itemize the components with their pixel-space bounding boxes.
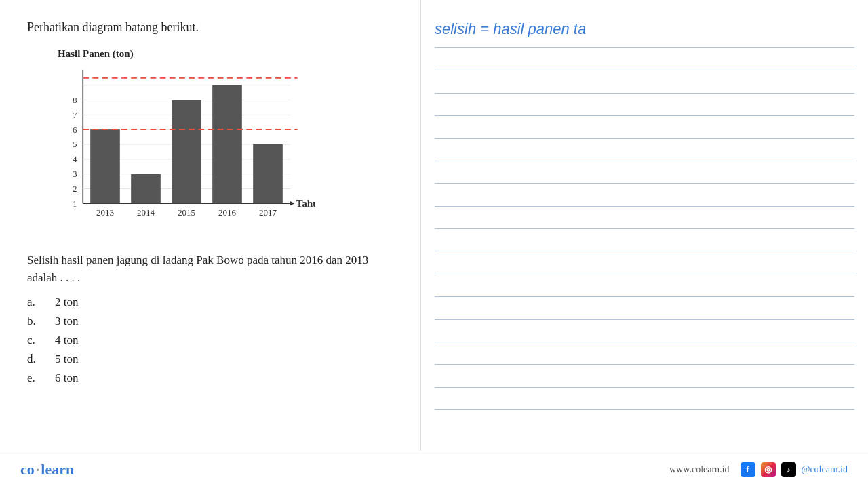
bar-2015	[172, 100, 201, 204]
option-label-c: c.	[27, 333, 44, 347]
ruled-line-4	[435, 115, 854, 116]
option-text-a: 2 ton	[55, 296, 78, 309]
bar-2017	[253, 144, 283, 203]
ruled-line-2	[435, 70, 854, 70]
ruled-line-15	[435, 364, 854, 365]
option-label-d: d.	[27, 352, 44, 366]
svg-text:2013: 2013	[96, 207, 115, 218]
social-handle: @colearn.id	[802, 464, 848, 475]
svg-text:Tahun: Tahun	[296, 197, 315, 209]
option-b: b. 3 ton	[27, 314, 393, 328]
ruled-line-12	[435, 296, 854, 297]
option-c: c. 4 ton	[27, 333, 393, 347]
bar-2013	[90, 129, 120, 203]
option-text-c: 4 ton	[55, 333, 78, 347]
handwriting-text: selisih = hasil panen ta	[435, 20, 848, 38]
content-area: Perhatikan diagram batang berikut. Hasil…	[0, 0, 868, 451]
option-label-b: b.	[27, 314, 44, 328]
ruled-line-17	[435, 409, 854, 410]
ruled-line-6	[435, 161, 854, 161]
chart-container: Hasil Panen (ton) 1 2 3 4	[27, 48, 319, 238]
option-a: a. 2 ton	[27, 296, 393, 309]
option-e: e. 6 ton	[27, 371, 393, 385]
svg-text:2: 2	[73, 184, 77, 194]
ruled-line-3	[435, 93, 854, 94]
chart-area: 1 2 3 4 5 6 7 8	[58, 63, 315, 226]
bar-2014	[131, 174, 161, 204]
ruled-lines	[421, 47, 868, 410]
ruled-line-14	[435, 342, 854, 342]
option-text-b: 3 ton	[55, 314, 78, 328]
website-url: www.colearn.id	[669, 464, 730, 475]
ruled-line-10	[435, 251, 854, 251]
svg-text:2015: 2015	[178, 207, 196, 218]
bar-chart: 1 2 3 4 5 6 7 8	[58, 63, 315, 226]
facebook-icon: f	[741, 462, 755, 477]
svg-text:2016: 2016	[218, 207, 237, 218]
svg-text:2017: 2017	[259, 207, 277, 218]
ruled-line-11	[435, 274, 854, 274]
bar-2016	[212, 85, 242, 204]
option-label-a: a.	[27, 296, 44, 309]
options-list: a. 2 ton b. 3 ton c. 4 ton d. 5 ton e.	[27, 296, 393, 385]
ruled-line-9	[435, 228, 854, 229]
option-d: d. 5 ton	[27, 352, 393, 366]
ruled-line-1	[435, 47, 854, 48]
brand-logo: co·learn	[20, 461, 74, 479]
instagram-icon: ◎	[761, 462, 776, 477]
svg-text:8: 8	[73, 95, 77, 105]
footer-right: www.colearn.id f ◎ ♪ @colearn.id	[669, 462, 848, 477]
ruled-line-13	[435, 319, 854, 320]
left-panel: Perhatikan diagram batang berikut. Hasil…	[0, 0, 420, 451]
svg-text:6: 6	[73, 125, 77, 135]
right-panel: selisih = hasil panen ta	[420, 0, 868, 451]
ruled-line-7	[435, 183, 854, 184]
option-label-e: e.	[27, 371, 44, 385]
question-text: Selisih hasil panen jagung di ladang Pak…	[27, 251, 393, 286]
svg-text:7: 7	[73, 110, 77, 120]
ruled-line-5	[435, 138, 854, 139]
ruled-line-16	[435, 387, 854, 388]
svg-text:5: 5	[73, 139, 77, 149]
option-text-d: 5 ton	[55, 352, 78, 366]
svg-text:1: 1	[73, 199, 77, 209]
ruled-line-8	[435, 206, 854, 207]
svg-text:4: 4	[73, 154, 77, 164]
main-container: Perhatikan diagram batang berikut. Hasil…	[0, 0, 868, 488]
svg-marker-26	[290, 201, 295, 206]
social-icons: f ◎ ♪ @colearn.id	[741, 462, 848, 477]
svg-text:2014: 2014	[137, 207, 155, 218]
brand-dot: ·	[36, 461, 40, 478]
svg-text:3: 3	[73, 169, 77, 179]
option-text-e: 6 ton	[55, 371, 78, 385]
footer: co·learn www.colearn.id f ◎ ♪ @colearn.i…	[0, 451, 868, 488]
question-intro: Perhatikan diagram batang berikut.	[27, 20, 393, 35]
chart-title: Hasil Panen (ton)	[58, 48, 319, 60]
tiktok-icon: ♪	[781, 462, 796, 477]
